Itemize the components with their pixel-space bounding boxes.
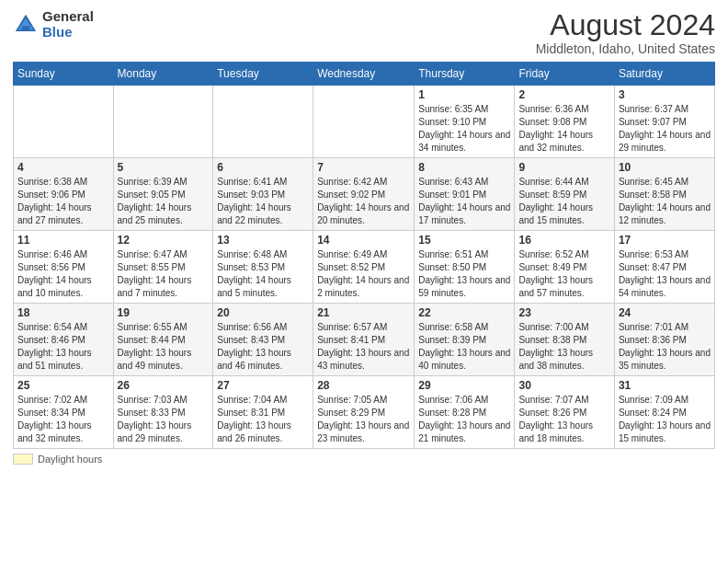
calendar-cell: 10Sunrise: 6:45 AM Sunset: 8:58 PM Dayli… [614,158,714,231]
calendar-cell: 21Sunrise: 6:57 AM Sunset: 8:41 PM Dayli… [313,304,415,376]
day-info: Sunrise: 6:54 AM Sunset: 8:46 PM Dayligh… [17,321,109,373]
day-number: 27 [217,379,309,392]
calendar-cell: 17Sunrise: 6:53 AM Sunset: 8:47 PM Dayli… [614,231,714,304]
calendar-cell: 9Sunrise: 6:44 AM Sunset: 8:59 PM Daylig… [515,158,614,231]
calendar-cell: 12Sunrise: 6:47 AM Sunset: 8:55 PM Dayli… [113,231,213,304]
day-info: Sunrise: 6:37 AM Sunset: 9:07 PM Dayligh… [619,103,711,155]
day-number: 26 [118,379,210,392]
weekday-header: Thursday [415,63,515,86]
day-info: Sunrise: 6:44 AM Sunset: 8:59 PM Dayligh… [518,176,609,227]
calendar-cell: 1Sunrise: 6:35 AM Sunset: 9:10 PM Daylig… [415,86,515,158]
calendar-header: SundayMondayTuesdayWednesdayThursdayFrid… [14,63,715,86]
daylight-swatch [13,454,33,465]
calendar-cell [213,86,313,158]
day-number: 6 [217,161,309,174]
day-info: Sunrise: 6:53 AM Sunset: 8:47 PM Dayligh… [619,248,711,300]
page: General Blue August 2024 Middleton, Idah… [0,0,728,472]
weekday-header: Friday [515,63,614,86]
day-number: 1 [418,88,510,101]
day-info: Sunrise: 7:07 AM Sunset: 8:26 PM Dayligh… [518,394,609,445]
calendar-cell: 19Sunrise: 6:55 AM Sunset: 8:44 PM Dayli… [113,304,213,376]
day-info: Sunrise: 6:57 AM Sunset: 8:41 PM Dayligh… [317,321,410,373]
calendar-cell: 27Sunrise: 7:04 AM Sunset: 8:31 PM Dayli… [213,376,313,449]
day-number: 23 [518,306,609,319]
day-number: 12 [118,234,210,247]
calendar-body: 1Sunrise: 6:35 AM Sunset: 9:10 PM Daylig… [14,86,715,449]
calendar-cell [113,86,213,158]
calendar-cell: 26Sunrise: 7:03 AM Sunset: 8:33 PM Dayli… [113,376,213,449]
day-info: Sunrise: 6:56 AM Sunset: 8:43 PM Dayligh… [217,321,309,373]
day-info: Sunrise: 6:52 AM Sunset: 8:49 PM Dayligh… [518,248,609,300]
svg-rect-2 [22,26,29,31]
calendar-cell: 29Sunrise: 7:06 AM Sunset: 8:28 PM Dayli… [415,376,515,449]
day-info: Sunrise: 7:01 AM Sunset: 8:36 PM Dayligh… [619,321,711,373]
calendar-cell: 20Sunrise: 6:56 AM Sunset: 8:43 PM Dayli… [213,304,313,376]
calendar-cell: 5Sunrise: 6:39 AM Sunset: 9:05 PM Daylig… [113,158,213,231]
calendar-cell: 4Sunrise: 6:38 AM Sunset: 9:06 PM Daylig… [14,158,114,231]
logo-general-text: General [42,9,94,25]
calendar-cell: 31Sunrise: 7:09 AM Sunset: 8:24 PM Dayli… [614,376,714,449]
calendar-cell: 30Sunrise: 7:07 AM Sunset: 8:26 PM Dayli… [515,376,614,449]
footer: Daylight hours [13,454,715,465]
calendar-cell: 3Sunrise: 6:37 AM Sunset: 9:07 PM Daylig… [614,86,714,158]
day-info: Sunrise: 7:02 AM Sunset: 8:34 PM Dayligh… [17,394,109,445]
main-title: August 2024 [536,9,715,41]
day-number: 9 [518,161,609,174]
calendar-table: SundayMondayTuesdayWednesdayThursdayFrid… [13,62,715,449]
subtitle: Middleton, Idaho, United States [536,41,715,56]
day-info: Sunrise: 6:58 AM Sunset: 8:39 PM Dayligh… [418,321,510,373]
day-info: Sunrise: 7:05 AM Sunset: 8:29 PM Dayligh… [317,394,410,445]
day-number: 10 [619,161,711,174]
calendar-cell: 13Sunrise: 6:48 AM Sunset: 8:53 PM Dayli… [213,231,313,304]
day-number: 22 [418,306,510,319]
weekday-header: Monday [113,63,213,86]
day-number: 3 [619,88,711,101]
day-info: Sunrise: 6:55 AM Sunset: 8:44 PM Dayligh… [118,321,210,373]
day-number: 16 [518,234,609,247]
calendar-cell: 24Sunrise: 7:01 AM Sunset: 8:36 PM Dayli… [614,304,714,376]
day-number: 24 [619,306,711,319]
day-info: Sunrise: 6:46 AM Sunset: 8:56 PM Dayligh… [17,248,109,300]
day-info: Sunrise: 6:43 AM Sunset: 9:01 PM Dayligh… [418,176,510,227]
calendar-cell: 18Sunrise: 6:54 AM Sunset: 8:46 PM Dayli… [14,304,114,376]
day-number: 15 [418,234,510,247]
logo-blue-text: Blue [42,25,94,40]
day-info: Sunrise: 7:03 AM Sunset: 8:33 PM Dayligh… [118,394,210,445]
calendar-week-row: 11Sunrise: 6:46 AM Sunset: 8:56 PM Dayli… [14,231,715,304]
day-number: 11 [17,234,109,247]
day-info: Sunrise: 6:36 AM Sunset: 9:08 PM Dayligh… [518,103,609,155]
day-info: Sunrise: 6:38 AM Sunset: 9:06 PM Dayligh… [17,176,109,227]
day-number: 30 [518,379,609,392]
day-number: 31 [619,379,711,392]
weekday-header: Tuesday [213,63,313,86]
weekday-header: Sunday [14,63,114,86]
logo-icon [13,12,39,38]
calendar-cell: 7Sunrise: 6:42 AM Sunset: 9:02 PM Daylig… [313,158,415,231]
logo: General Blue [13,9,94,40]
day-number: 18 [17,306,109,319]
day-info: Sunrise: 6:48 AM Sunset: 8:53 PM Dayligh… [217,248,309,300]
day-info: Sunrise: 7:09 AM Sunset: 8:24 PM Dayligh… [619,394,711,445]
day-number: 2 [518,88,609,101]
day-info: Sunrise: 6:42 AM Sunset: 9:02 PM Dayligh… [317,176,410,227]
calendar-cell: 6Sunrise: 6:41 AM Sunset: 9:03 PM Daylig… [213,158,313,231]
calendar-cell: 14Sunrise: 6:49 AM Sunset: 8:52 PM Dayli… [313,231,415,304]
calendar-cell: 15Sunrise: 6:51 AM Sunset: 8:50 PM Dayli… [415,231,515,304]
day-number: 28 [317,379,410,392]
day-info: Sunrise: 7:00 AM Sunset: 8:38 PM Dayligh… [518,321,609,373]
day-number: 13 [217,234,309,247]
calendar-cell: 11Sunrise: 6:46 AM Sunset: 8:56 PM Dayli… [14,231,114,304]
weekday-header: Wednesday [313,63,415,86]
weekday-header: Saturday [614,63,714,86]
day-number: 29 [418,379,510,392]
calendar-cell [14,86,114,158]
day-info: Sunrise: 7:06 AM Sunset: 8:28 PM Dayligh… [418,394,510,445]
daylight-label: Daylight hours [38,454,102,465]
calendar-cell: 2Sunrise: 6:36 AM Sunset: 9:08 PM Daylig… [515,86,614,158]
title-block: August 2024 Middleton, Idaho, United Sta… [536,9,715,56]
calendar-week-row: 4Sunrise: 6:38 AM Sunset: 9:06 PM Daylig… [14,158,715,231]
day-number: 21 [317,306,410,319]
day-number: 25 [17,379,109,392]
day-number: 4 [17,161,109,174]
calendar-cell [313,86,415,158]
